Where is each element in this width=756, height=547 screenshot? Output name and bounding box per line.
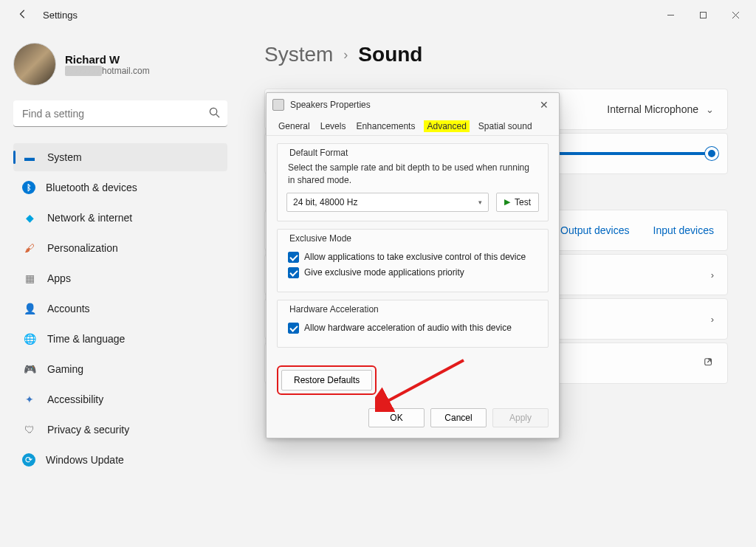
checkbox-label: Allow hardware acceleration of audio wit…: [304, 323, 512, 333]
speakers-properties-dialog: Speakers Properties ✕ General Levels Enh…: [266, 92, 560, 438]
gaming-icon: 🎮: [22, 362, 37, 376]
minimize-button[interactable]: [654, 3, 687, 27]
svg-point-2: [210, 108, 216, 114]
apps-icon: ▦: [22, 271, 37, 286]
tab-enhancements[interactable]: Enhancements: [354, 119, 416, 134]
dialog-title: Speakers Properties: [290, 100, 371, 110]
close-button[interactable]: [719, 3, 752, 27]
accessibility-icon: ✦: [22, 392, 37, 407]
search-icon: [209, 107, 220, 120]
group-title: Default Format: [286, 148, 351, 161]
sidebar-item-label: Privacy & security: [47, 424, 129, 436]
sidebar-item-personalization[interactable]: 🖌 Personalization: [13, 234, 227, 262]
sidebar-item-label: Personalization: [47, 242, 118, 254]
group-exclusive: Exclusive Mode Allow applications to tak…: [277, 229, 549, 292]
dialog-tabs: General Levels Enhancements Advanced Spa…: [267, 117, 559, 136]
sidebar-item-label: Accessibility: [47, 393, 103, 405]
dialog-footer: OK Cancel Apply: [267, 401, 559, 438]
breadcrumb-parent[interactable]: System: [264, 43, 333, 66]
input-devices-link[interactable]: Input devices: [653, 224, 715, 236]
bluetooth-icon: ᛒ: [22, 181, 35, 194]
ok-button[interactable]: OK: [368, 408, 425, 427]
tab-levels[interactable]: Levels: [319, 119, 348, 134]
sidebar-item-label: Windows Update: [46, 454, 124, 466]
mic-label: Internal Microphone: [607, 103, 698, 115]
sidebar-item-label: Network & internet: [47, 212, 132, 224]
checkbox-icon: [288, 323, 299, 334]
sidebar-item-label: Time & language: [47, 333, 125, 345]
restore-defaults-button[interactable]: Restore Defaults: [281, 370, 372, 391]
tab-general[interactable]: General: [277, 119, 312, 134]
search-box[interactable]: [13, 100, 227, 127]
sidebar-item-label: Accounts: [47, 303, 90, 314]
window-title: Settings: [43, 10, 78, 21]
avatar: [13, 43, 56, 86]
sidebar-item-accessibility[interactable]: ✦ Accessibility: [13, 385, 227, 413]
annotation-highlight: Restore Defaults: [277, 365, 377, 395]
sidebar-item-update[interactable]: ⟳ Windows Update: [13, 446, 227, 474]
sidebar-item-gaming[interactable]: 🎮 Gaming: [13, 355, 227, 383]
sidebar-item-label: Apps: [47, 272, 71, 284]
user-name: Richard W: [65, 53, 150, 66]
sidebar-item-accounts[interactable]: 👤 Accounts: [13, 295, 227, 323]
chevron-right-icon: ›: [711, 314, 714, 325]
user-email: xxxxxxxxhotmail.com: [65, 66, 150, 76]
checkbox-exclusive-control[interactable]: Allow applications to take exclusive con…: [288, 252, 537, 263]
group-title: Hardware Acceleration: [286, 304, 382, 317]
group-title: Exclusive Mode: [286, 233, 354, 247]
group-hwaccel: Hardware Acceleration Allow hardware acc…: [277, 300, 549, 348]
dialog-titlebar: Speakers Properties ✕: [267, 93, 559, 117]
speaker-icon: [272, 99, 284, 111]
checkbox-label: Give exclusive mode applications priorit…: [304, 267, 464, 278]
format-value: 24 bit, 48000 Hz: [293, 197, 357, 207]
output-devices-link[interactable]: Output devices: [560, 224, 629, 236]
sidebar-item-system[interactable]: ▬ System: [13, 143, 227, 171]
breadcrumb-current: Sound: [358, 43, 422, 66]
sidebar-item-bluetooth[interactable]: ᛒ Bluetooth & devices: [13, 173, 227, 202]
open-icon: [704, 357, 714, 370]
test-button[interactable]: ▶ Test: [496, 193, 539, 212]
titlebar: Settings: [0, 0, 756, 30]
sidebar-item-label: Gaming: [47, 363, 83, 375]
breadcrumb: System › Sound: [264, 43, 728, 66]
checkbox-hwaccel[interactable]: Allow hardware acceleration of audio wit…: [288, 323, 537, 334]
chevron-right-icon: ›: [711, 269, 714, 281]
dialog-close-button[interactable]: ✕: [535, 99, 553, 111]
sidebar-item-privacy[interactable]: 🛡 Privacy & security: [13, 416, 227, 444]
group-default-format: Default Format Select the sample rate an…: [277, 143, 549, 221]
search-input[interactable]: [13, 100, 227, 127]
sidebar-item-label: Bluetooth & devices: [46, 182, 137, 193]
sidebar-item-apps[interactable]: ▦ Apps: [13, 264, 227, 292]
network-icon: ◆: [22, 210, 37, 225]
checkbox-icon: [288, 267, 299, 278]
time-icon: 🌐: [22, 331, 37, 346]
tab-spatial[interactable]: Spatial sound: [477, 119, 534, 134]
checkbox-exclusive-priority[interactable]: Give exclusive mode applications priorit…: [288, 267, 537, 278]
sidebar: Richard W xxxxxxxxhotmail.com ▬ System ᛒ…: [0, 30, 236, 547]
group-desc: Select the sample rate and bit depth to …: [288, 162, 537, 187]
sidebar-item-time[interactable]: 🌐 Time & language: [13, 325, 227, 353]
chevron-down-icon: ▾: [478, 199, 482, 206]
personalization-icon: 🖌: [22, 241, 37, 255]
back-button[interactable]: [12, 9, 34, 21]
checkbox-icon: [288, 252, 299, 263]
sidebar-item-network[interactable]: ◆ Network & internet: [13, 204, 227, 232]
svg-rect-1: [700, 12, 706, 18]
play-icon: ▶: [504, 197, 510, 207]
chevron-down-icon: ⌄: [706, 104, 714, 115]
cancel-button[interactable]: Cancel: [430, 408, 487, 427]
nav-list: ▬ System ᛒ Bluetooth & devices ◆ Network…: [13, 143, 227, 474]
format-select[interactable]: 24 bit, 48000 Hz ▾: [286, 193, 489, 212]
accounts-icon: 👤: [22, 301, 37, 316]
tab-advanced[interactable]: Advanced: [424, 120, 469, 132]
privacy-icon: 🛡: [22, 422, 37, 437]
svg-line-3: [216, 114, 219, 117]
maximize-button[interactable]: [687, 3, 719, 27]
window-controls: [654, 3, 752, 27]
update-icon: ⟳: [22, 453, 35, 467]
test-label: Test: [515, 197, 531, 207]
chevron-right-icon: ›: [343, 47, 348, 63]
user-block[interactable]: Richard W xxxxxxxxhotmail.com: [13, 43, 227, 86]
sidebar-item-label: System: [47, 151, 82, 163]
apply-button[interactable]: Apply: [492, 408, 549, 427]
